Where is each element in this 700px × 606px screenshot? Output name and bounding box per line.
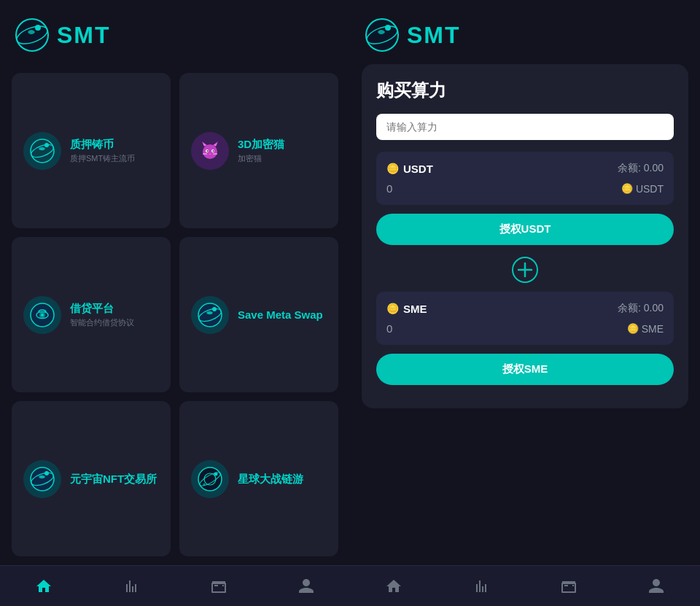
battle-icon xyxy=(191,460,229,498)
right-content: 购买算力 🪙 USDT 余额: 0.00 0 � xyxy=(350,64,700,565)
nft-title: 元宇宙NFT交易所 xyxy=(70,472,157,486)
svg-point-2 xyxy=(35,25,41,31)
usdt-amount-row: 0 🪙 USDT xyxy=(386,182,664,195)
lending-subtitle: 智能合约借贷协议 xyxy=(70,317,134,328)
svg-point-25 xyxy=(31,467,54,491)
sme-balance: 余额: 0.00 xyxy=(618,302,664,315)
battle-text: 星球大战链游 xyxy=(238,472,303,486)
usdt-token-icon: 🪙 xyxy=(386,163,399,174)
right-nav xyxy=(350,565,700,606)
right-logo-icon xyxy=(365,18,400,53)
mint-subtitle: 质押SMT铸主流币 xyxy=(70,153,135,164)
grid-item-savemeta[interactable]: Save Meta Swap xyxy=(179,237,338,392)
left-nav-wallet[interactable] xyxy=(201,573,236,599)
sme-top-row: 🪙 SME 余额: 0.00 xyxy=(386,302,664,315)
sme-amount-row: 0 🪙 SME xyxy=(386,322,664,335)
sme-token-name: SME xyxy=(403,303,427,315)
sme-currency: 🪙 SME xyxy=(627,323,664,335)
svg-point-5 xyxy=(44,143,49,147)
usdt-token-name: USDT xyxy=(403,163,433,175)
usdt-currency-icon: 🪙 xyxy=(621,183,633,194)
left-nav-profile[interactable] xyxy=(289,573,324,599)
right-nav-chart[interactable] xyxy=(464,573,499,599)
svg-point-28 xyxy=(198,467,222,491)
svg-point-0 xyxy=(16,19,48,51)
cat-subtitle: 加密猫 xyxy=(238,153,284,164)
left-nav-chart[interactable] xyxy=(114,573,149,599)
grid-item-lending[interactable]: 借贷平台 智能合约借贷协议 xyxy=(12,237,171,392)
right-header: SMT xyxy=(350,0,700,64)
mint-text: 质押铸币 质押SMT铸主流币 xyxy=(70,137,135,165)
mint-title: 质押铸币 xyxy=(70,137,135,152)
sme-token-icon: 🪙 xyxy=(386,303,399,314)
compute-power-input[interactable] xyxy=(376,114,674,140)
left-nav-home[interactable] xyxy=(26,573,61,599)
svg-point-24 xyxy=(212,307,217,311)
mint-icon xyxy=(23,132,61,170)
nft-text: 元宇宙NFT交易所 xyxy=(70,472,157,486)
authorize-sme-button[interactable]: 授权SME xyxy=(376,354,674,385)
right-nav-wallet[interactable] xyxy=(551,573,586,599)
sme-currency-name: SME xyxy=(642,323,664,335)
sme-section: 🪙 SME 余额: 0.00 0 🪙 SME xyxy=(376,292,674,345)
svg-point-14 xyxy=(207,150,209,152)
logo-icon xyxy=(15,18,50,53)
lending-title: 借贷平台 xyxy=(70,301,134,316)
sme-amount: 0 xyxy=(386,322,392,335)
left-brand-name: SMT xyxy=(57,22,111,49)
svg-point-35 xyxy=(385,25,391,31)
savemeta-text: Save Meta Swap xyxy=(238,308,323,322)
right-brand-name: SMT xyxy=(407,22,461,49)
svg-point-22 xyxy=(198,303,222,327)
right-panel: SMT 购买算力 🪙 USDT 余额: 0.00 0 xyxy=(350,0,700,606)
svg-point-31 xyxy=(214,472,218,475)
sme-balance-value: 0.00 xyxy=(644,302,664,314)
usdt-currency-name: USDT xyxy=(636,183,664,195)
swap-title: 购买算力 xyxy=(376,79,674,102)
svg-point-7 xyxy=(203,144,217,159)
grid-item-nft[interactable]: 元宇宙NFT交易所 xyxy=(12,401,171,556)
sme-currency-icon: 🪙 xyxy=(627,323,639,334)
grid-item-cat[interactable]: 3D加密猫 加密猫 xyxy=(179,73,338,228)
usdt-currency: 🪙 USDT xyxy=(621,183,664,195)
usdt-amount: 0 xyxy=(386,182,392,195)
left-header: SMT xyxy=(0,0,350,64)
sme-label: 🪙 SME xyxy=(386,303,427,315)
usdt-section: 🪙 USDT 余额: 0.00 0 🪙 USDT xyxy=(376,152,674,205)
right-nav-profile[interactable] xyxy=(639,573,674,599)
svg-point-27 xyxy=(44,471,49,475)
swap-card: 购买算力 🪙 USDT 余额: 0.00 0 � xyxy=(362,64,688,408)
usdt-top-row: 🪙 USDT 余额: 0.00 xyxy=(386,162,664,175)
savemeta-icon xyxy=(191,296,229,334)
nft-icon xyxy=(23,460,61,498)
lending-icon xyxy=(23,296,61,334)
grid-item-battle[interactable]: 星球大战链游 xyxy=(179,401,338,556)
grid-item-mint[interactable]: 质押铸币 质押SMT铸主流币 xyxy=(12,73,171,228)
grid-container: 质押铸币 质押SMT铸主流币 xyxy=(0,64,350,565)
svg-point-15 xyxy=(213,150,214,152)
usdt-label: 🪙 USDT xyxy=(386,163,433,175)
usdt-balance: 余额: 0.00 xyxy=(618,162,664,175)
cat-icon xyxy=(191,132,229,170)
left-nav xyxy=(0,565,350,606)
usdt-balance-label: 余额: xyxy=(618,162,641,174)
right-nav-home[interactable] xyxy=(376,573,411,599)
svg-point-33 xyxy=(366,19,398,51)
lending-text: 借贷平台 智能合约借贷协议 xyxy=(70,301,134,329)
svg-point-32 xyxy=(203,483,206,485)
savemeta-title: Save Meta Swap xyxy=(238,308,323,322)
left-panel: SMT 质押铸币 质押SMT铸主流币 xyxy=(0,0,350,606)
svg-point-3 xyxy=(31,139,54,163)
battle-title: 星球大战链游 xyxy=(238,472,303,486)
plus-circle xyxy=(376,257,674,283)
sme-balance-label: 余额: xyxy=(618,302,641,314)
usdt-balance-value: 0.00 xyxy=(644,162,664,174)
authorize-usdt-button[interactable]: 授权USDT xyxy=(376,214,674,245)
cat-title: 3D加密猫 xyxy=(238,137,284,152)
cat-text: 3D加密猫 加密猫 xyxy=(238,137,284,165)
svg-point-21 xyxy=(41,314,44,316)
